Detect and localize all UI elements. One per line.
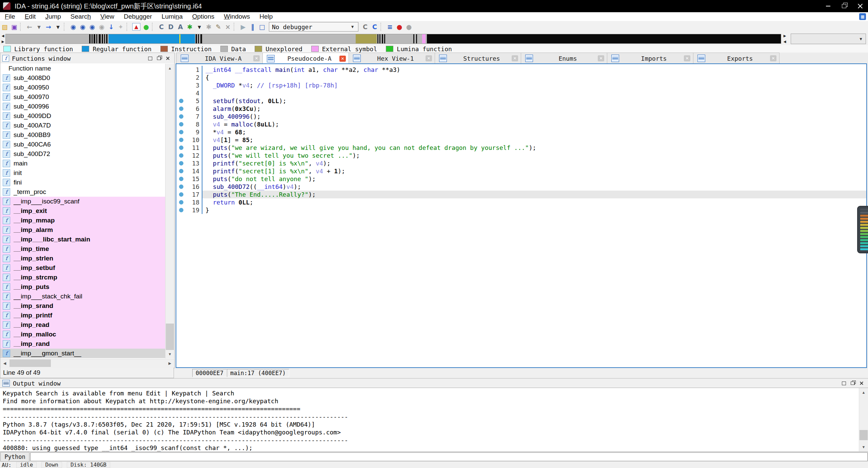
scroll-right-icon[interactable]: ▶ (165, 359, 174, 367)
debugger-start-icon[interactable]: ▶ (238, 22, 248, 31)
pseudocode-sync-icon[interactable]: C (360, 22, 370, 31)
nav-back-dropdown-icon[interactable]: ▾ (34, 22, 44, 31)
output-log[interactable]: Keypatch Search is available from menu E… (0, 388, 868, 452)
scrollbar-thumb[interactable] (166, 324, 174, 350)
delete-function-icon[interactable]: × (223, 22, 233, 31)
code-line[interactable]: 16 sub_400D72((__int64)v4); (176, 183, 866, 191)
breakpoint-dot-icon[interactable] (179, 99, 183, 103)
output-vertical-scrollbar[interactable]: ▲ ▼ (859, 388, 868, 451)
breakpoint-gutter[interactable] (176, 184, 186, 189)
scrollbar-thumb[interactable] (860, 430, 868, 440)
nav-forward-icon[interactable]: → (44, 22, 53, 31)
function-row[interactable]: finit (0, 168, 165, 178)
breakpoint-dot-icon[interactable] (179, 114, 183, 119)
menu-jump[interactable]: Jump (40, 12, 65, 21)
functions-window-titlebar[interactable]: f Functions window (0, 53, 175, 64)
breakpoint-gutter[interactable] (176, 169, 186, 173)
functions-close-button[interactable] (163, 55, 172, 62)
function-row[interactable]: fsub_4008D0 (0, 73, 165, 83)
code-line[interactable]: 15 puts("do not tell anyone "); (176, 175, 866, 183)
code-line[interactable]: 9 *v4 = 68; (176, 128, 866, 136)
lock-icon[interactable]: ✦ (116, 22, 125, 31)
menu-edit[interactable]: Edit (20, 12, 41, 21)
functions-maximize-button[interactable] (146, 55, 155, 62)
function-row[interactable]: fsub_400CA6 (0, 140, 165, 149)
code-line[interactable]: 18 return 0LL; (176, 198, 866, 206)
function-row[interactable]: f__imp_exit (0, 206, 165, 216)
function-row[interactable]: f__imp_mmap (0, 216, 165, 225)
code-line[interactable]: 11 puts("we are wizard, we will give you… (176, 144, 866, 152)
function-row[interactable]: f__imp___gmon_start__ (0, 349, 165, 358)
nav-forward-dropdown-icon[interactable]: ▾ (53, 22, 63, 31)
function-row[interactable]: f__imp___libc_start_main (0, 235, 165, 244)
close-button[interactable] (852, 0, 868, 12)
create-code-icon[interactable]: C (157, 22, 166, 31)
breakpoint-gutter[interactable] (176, 153, 186, 158)
function-row[interactable]: f__imp___isoc99_scanf (0, 197, 165, 206)
scroll-up-icon[interactable]: ▲ (165, 64, 174, 73)
breakpoint-dot-icon[interactable] (179, 169, 183, 173)
function-row[interactable]: ffini (0, 178, 165, 187)
mini-navigator-widget[interactable] (857, 206, 868, 253)
navband-dropdown[interactable]: ▼ (791, 34, 866, 44)
breakpoint-dot-icon[interactable] (179, 138, 183, 142)
function-row[interactable]: f__imp_strcmp (0, 273, 165, 282)
output-window-titlebar[interactable]: Output window (0, 378, 868, 388)
search-immediate-value-icon[interactable]: ◉ (68, 22, 78, 31)
breakpoint-gutter[interactable] (176, 138, 186, 142)
function-row[interactable]: f__imp_alarm (0, 225, 165, 235)
function-row[interactable]: f__imp___stack_chk_fail (0, 292, 165, 301)
tab-close-icon[interactable]: ✕ (770, 55, 776, 61)
scroll-down-icon[interactable]: ▼ (165, 350, 174, 358)
breakpoint-dot-icon[interactable] (179, 145, 183, 150)
menu-options[interactable]: Options (188, 12, 219, 21)
pseudocode-panel[interactable]: 1__int64 __fastcall main(int a1, char **… (176, 63, 867, 368)
function-row[interactable]: fsub_400970 (0, 92, 165, 102)
function-row[interactable]: fsub_400950 (0, 83, 165, 92)
tab-close-icon[interactable]: ✕ (512, 55, 518, 61)
functions-float-button[interactable] (155, 55, 163, 62)
code-line[interactable]: 12 puts("we will tell you two secret ...… (176, 152, 866, 159)
function-row[interactable]: f_term_proc (0, 187, 165, 197)
function-name-column-header[interactable]: Function name (0, 64, 173, 74)
breakpoint-gutter[interactable] (176, 200, 186, 204)
function-row[interactable]: f__imp_time (0, 244, 165, 254)
tab-pseudocode-a[interactable]: Pseudocode-A✕ (263, 53, 349, 64)
tab-enums[interactable]: Enums✕ (521, 53, 607, 64)
function-row[interactable]: f__imp_rand (0, 339, 165, 349)
breakpoint-dot-icon[interactable] (179, 106, 183, 111)
breakpoint-gutter[interactable] (176, 161, 186, 165)
function-row[interactable]: f__imp_srand (0, 301, 165, 311)
breakpoint-gutter[interactable] (176, 106, 186, 111)
output-maximize-button[interactable] (840, 379, 848, 387)
menu-view[interactable]: View (96, 12, 119, 21)
breakpoint-gutter[interactable] (176, 145, 186, 150)
code-line[interactable]: 19} (176, 206, 866, 214)
function-row[interactable]: fsub_400BB9 (0, 130, 165, 140)
tab-exports[interactable]: Exports✕ (693, 53, 780, 64)
tab-close-icon[interactable]: ✕ (339, 56, 346, 62)
function-row[interactable]: fsub_400A7D (0, 121, 165, 130)
functions-horizontal-scrollbar[interactable]: ◀ ▶ (0, 359, 175, 368)
breakpoint-gutter[interactable] (176, 208, 186, 212)
menu-help[interactable]: Help (255, 12, 277, 21)
minimize-button[interactable] (820, 0, 836, 12)
output-float-button[interactable] (848, 379, 857, 387)
breakpoint-dot-icon[interactable] (179, 208, 183, 212)
function-row[interactable]: f__imp_puts (0, 282, 165, 292)
output-close-button[interactable] (857, 379, 866, 387)
python-prompt-button[interactable]: Python (0, 452, 29, 462)
menu-debugger[interactable]: Debugger (119, 12, 157, 21)
navband-left-arrows[interactable]: ◀▶ (1, 34, 5, 43)
function-row[interactable]: f__imp_read (0, 320, 165, 330)
breakpoint-gutter[interactable] (176, 177, 186, 181)
breakpoint-dot-icon[interactable] (179, 200, 183, 204)
code-line[interactable]: 1__int64 __fastcall main(int a1, char **… (176, 66, 866, 74)
edit-patch-icon[interactable]: ✱ (204, 22, 214, 31)
code-line[interactable]: 17 puts("The End.....Really?"); (176, 191, 866, 198)
tab-close-icon[interactable]: ✕ (684, 55, 690, 61)
breakpoint-dot-icon[interactable] (179, 122, 183, 126)
tab-structures[interactable]: Structures✕ (435, 53, 521, 64)
breakpoint-gutter[interactable] (176, 114, 186, 119)
nav-back-icon[interactable]: ← (25, 22, 34, 31)
